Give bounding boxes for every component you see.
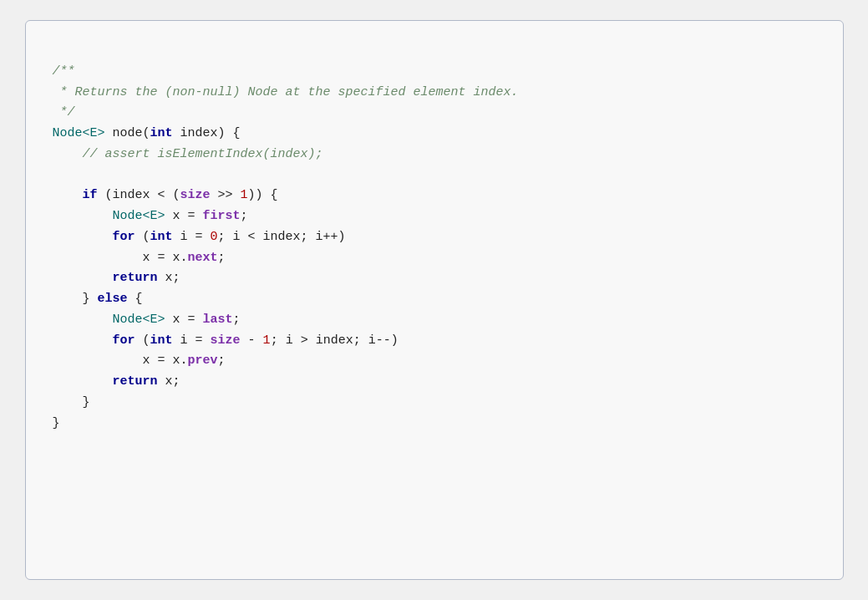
- close-else: }: [53, 395, 90, 409]
- for-loop-line1: for (int i = 0; i < index; i++): [53, 230, 346, 244]
- x-next-line: x = x.next;: [53, 251, 226, 265]
- return-x-line2: return x;: [53, 374, 180, 389]
- code-container: /** * Returns the (non-null) Node at the…: [25, 20, 844, 580]
- method-signature: Node<E> node(int index) {: [53, 126, 241, 140]
- if-line: if (index < (size >> 1)) {: [53, 188, 278, 202]
- comment-line-2: * Returns the (non-null) Node at the spe…: [53, 85, 519, 99]
- else-line: } else {: [53, 292, 143, 306]
- inline-comment: // assert isElementIndex(index);: [53, 147, 323, 161]
- for-loop-line2: for (int i = size - 1; i > index; i--): [53, 333, 398, 348]
- code-block: /** * Returns the (non-null) Node at the…: [53, 41, 816, 455]
- node-x-last-line: Node<E> x = last;: [53, 313, 241, 327]
- x-prev-line: x = x.prev;: [53, 353, 226, 368]
- node-x-first-line: Node<E> x = first;: [53, 209, 248, 223]
- close-method: }: [53, 416, 60, 430]
- comment-line-3: */: [53, 105, 75, 119]
- blank-line: [53, 168, 60, 182]
- return-x-line1: return x;: [53, 271, 180, 285]
- comment-line-1: /**: [53, 64, 75, 79]
